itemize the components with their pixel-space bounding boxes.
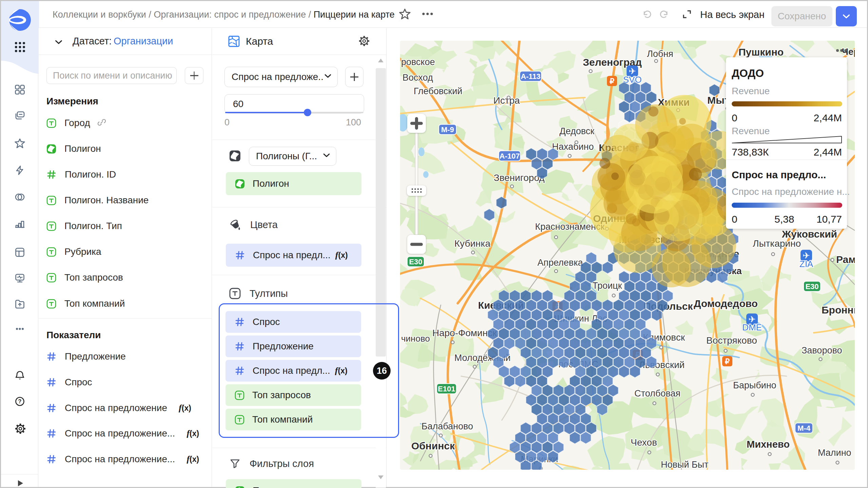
svg-text:Кубинка: Кубинка	[454, 238, 491, 249]
svg-text:Малино: Малино	[818, 448, 851, 458]
svg-text:Востряково: Востряково	[706, 335, 757, 346]
svg-text:Домодедово: Домодедово	[694, 298, 758, 309]
svg-text:Троицк: Троицк	[592, 281, 622, 291]
svg-text:Дедовск: Дедовск	[559, 126, 594, 136]
svg-text:₽: ₽	[610, 77, 614, 85]
svg-text:Новый Быт: Новый Быт	[661, 460, 708, 470]
svg-text:Раменское: Раменское	[836, 254, 855, 265]
svg-text:Столбовая: Столбовая	[634, 388, 680, 399]
svg-text:Восход: Восход	[402, 73, 433, 83]
svg-text:Заворово: Заворово	[802, 345, 842, 355]
svg-text:Бронницы: Бронницы	[822, 304, 855, 316]
svg-text:Лобня: Лобня	[647, 49, 673, 59]
svg-text:Наро-Фоминск: Наро-Фоминск	[432, 328, 497, 338]
svg-text:Глебовский: Глебовский	[414, 86, 462, 96]
svg-text:Чер: Чер	[842, 47, 855, 57]
svg-text:Нахабино: Нахабино	[552, 142, 594, 152]
svg-text:Лыткарино: Лыткарино	[753, 238, 801, 249]
svg-text:М-9: М-9	[441, 125, 454, 134]
svg-text:Михнево: Михнево	[747, 439, 790, 450]
svg-text:А-107: А-107	[499, 152, 520, 160]
svg-text:чиново: чиново	[401, 333, 430, 344]
svg-text:М-4: М-4	[797, 424, 811, 432]
svg-text:А-113: А-113	[521, 72, 541, 81]
svg-text:DME: DME	[742, 322, 762, 332]
svg-text:Чехов: Чехов	[631, 437, 657, 448]
svg-text:Обнинск: Обнинск	[411, 440, 455, 451]
svg-text:ровское: ровское	[401, 57, 435, 67]
svg-text:₽: ₽	[725, 357, 730, 366]
svg-text:Балабаново: Балабаново	[421, 421, 473, 431]
svg-text:Барыбино: Барыбино	[733, 380, 776, 390]
svg-text:ZIA: ZIA	[800, 259, 813, 269]
svg-text:Истра: Истра	[493, 95, 520, 106]
svg-text:E30: E30	[805, 282, 818, 291]
svg-text:E101: E101	[438, 385, 455, 393]
svg-text:E30: E30	[409, 258, 422, 266]
svg-text:?: ?	[18, 399, 22, 404]
svg-text:Пушкино: Пушкино	[738, 46, 784, 58]
svg-text:Апрелевка: Апрелевка	[537, 258, 583, 268]
